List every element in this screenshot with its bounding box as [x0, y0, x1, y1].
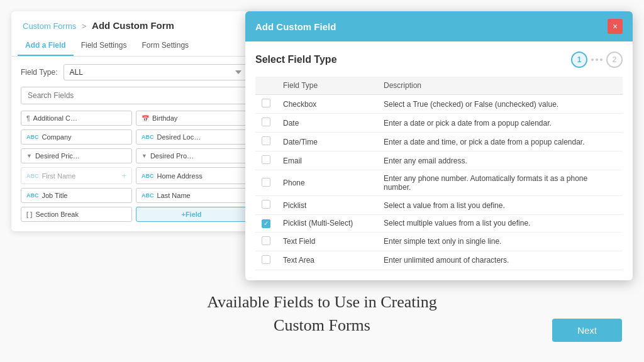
field-type-select[interactable]: ALL	[64, 64, 247, 80]
field-chip-home-address[interactable]: ABC Home Address	[136, 167, 247, 184]
field-chip-desired-loc[interactable]: ABC Desired Loc…	[136, 129, 247, 145]
next-button[interactable]: Next	[552, 319, 622, 342]
modal-step-row: Select Field Type 1 2	[255, 52, 623, 68]
select-field-type-label: Select Field Type	[255, 54, 337, 65]
field-chip-company[interactable]: ABC Company	[21, 129, 132, 145]
chip-label: Additional C…	[33, 114, 77, 122]
field-chip-desired-pro[interactable]: ▼ Desired Pro…	[136, 148, 247, 163]
field-type-cell: Phone	[277, 170, 377, 196]
field-desc-cell: Enter any phone number. Automatically fo…	[377, 170, 623, 196]
add-field-label: +Field	[181, 211, 201, 218]
field-chip-job-title[interactable]: ABC Job Title	[21, 188, 132, 203]
table-row[interactable]: Text AreaEnter unlimited amount of chara…	[255, 251, 623, 270]
tabs-container: Add a Field Field Settings Form Settings	[11, 36, 257, 57]
field-type-cell: Text Area	[277, 251, 377, 270]
field-type-cell: Picklist	[277, 196, 377, 215]
add-icon: +	[121, 171, 126, 180]
table-row[interactable]: Date/TimeEnter a date and time, or pick …	[255, 133, 623, 151]
field-desc-cell: Enter a date and time, or pick a date fr…	[377, 133, 623, 151]
field-chip-birthday[interactable]: 📅 Birthday	[136, 111, 247, 126]
col-header-type: Field Type	[277, 77, 377, 95]
chip-label: Desired Pro…	[150, 152, 194, 160]
table-row[interactable]: EmailEnter any email address.	[255, 151, 623, 170]
row-checkbox[interactable]	[262, 200, 270, 209]
calendar-icon: 📅	[142, 115, 149, 122]
modal-body: Select Field Type 1 2 Field Type Descrip…	[245, 41, 633, 280]
field-chip-last-name[interactable]: ABC Last Name	[136, 188, 247, 203]
abc-icon: ABC	[142, 134, 154, 140]
tab-add-field[interactable]: Add a Field	[18, 36, 74, 56]
dropdown-icon: ▼	[26, 153, 32, 159]
chip-label: Birthday	[152, 114, 177, 122]
table-row[interactable]: CheckboxSelect a True (checked) or False…	[255, 95, 623, 114]
field-desc-cell: Enter any email address.	[377, 151, 623, 170]
add-field-button[interactable]: +Field	[136, 207, 247, 222]
field-desc-cell: Enter a date or pick a date from a popup…	[377, 114, 623, 133]
dropdown-icon: ▼	[142, 153, 147, 159]
tab-field-settings[interactable]: Field Settings	[74, 36, 135, 56]
modal: Add Custom Field × Select Field Type 1 2…	[245, 11, 633, 280]
abc-icon: ABC	[142, 173, 154, 179]
tab-form-settings[interactable]: Form Settings	[134, 36, 196, 56]
chip-label: First Name	[42, 172, 76, 180]
step-2-circle: 2	[606, 52, 623, 68]
para-icon: ¶	[26, 115, 30, 122]
step-dot	[600, 58, 602, 61]
table-row[interactable]: Text FieldEnter simple text only in sing…	[255, 232, 623, 251]
modal-title: Add Custom Field	[255, 21, 336, 32]
row-checkbox[interactable]	[262, 178, 270, 187]
chip-label: Section Break	[35, 211, 78, 218]
field-type-cell: Email	[277, 151, 377, 170]
table-row[interactable]: PicklistSelect a value from a list you d…	[255, 196, 623, 215]
breadcrumb-link[interactable]: Custom Forms	[23, 21, 76, 31]
field-chip-section-break[interactable]: [ ] Section Break	[21, 207, 132, 222]
field-chip-first-name[interactable]: ABC First Name +	[21, 167, 132, 184]
row-checkbox[interactable]	[262, 255, 270, 264]
field-table: Field Type Description CheckboxSelect a …	[255, 77, 623, 270]
field-type-cell: Date/Time	[277, 133, 377, 151]
chip-label: Company	[42, 133, 72, 141]
step-dot	[591, 58, 594, 61]
field-chip-desired-pric[interactable]: ▼ Desired Pric…	[21, 148, 132, 163]
row-checkbox[interactable]	[262, 118, 270, 126]
field-type-label: Field Type:	[21, 68, 57, 77]
search-input[interactable]	[21, 87, 247, 104]
col-header-desc: Description	[377, 77, 623, 95]
chip-label: Last Name	[157, 192, 191, 199]
breadcrumb-separator: >	[82, 21, 87, 31]
abc-icon: ABC	[142, 192, 154, 199]
table-row[interactable]: PhoneEnter any phone number. Automatical…	[255, 170, 623, 196]
col-header-checkbox	[255, 77, 277, 95]
bottom-text-line2: Custom Forms	[207, 314, 437, 337]
field-desc-cell: Select multiple values from a list you d…	[377, 215, 623, 233]
bracket-icon: [ ]	[26, 211, 32, 218]
abc-icon: ABC	[26, 134, 39, 140]
field-desc-cell: Select a value from a list you define.	[377, 196, 623, 215]
field-desc-cell: Enter unlimited amount of characters.	[377, 251, 623, 270]
row-checkbox[interactable]: ✓	[262, 219, 270, 228]
row-checkbox[interactable]	[262, 155, 270, 164]
chip-label: Desired Pric…	[35, 152, 80, 160]
field-type-row: Field Type: ALL	[11, 64, 257, 87]
field-desc-cell: Select a True (checked) or False (unchec…	[377, 95, 623, 114]
field-chip-additional[interactable]: ¶ Additional C…	[21, 111, 132, 126]
abc-icon: ABC	[26, 192, 39, 199]
modal-close-button[interactable]: ×	[608, 19, 623, 34]
abc-icon: ABC	[26, 173, 39, 179]
field-type-cell: Date	[277, 114, 377, 133]
table-row[interactable]: ✓Picklist (Multi-Select)Select multiple …	[255, 215, 623, 233]
step-dots	[591, 58, 602, 61]
fields-grid: ¶ Additional C… 📅 Birthday ABC Company A…	[11, 111, 257, 222]
field-type-cell: Picklist (Multi-Select)	[277, 215, 377, 233]
row-checkbox[interactable]	[262, 136, 270, 145]
breadcrumb: Custom Forms > Add Custom Form	[11, 11, 257, 36]
row-checkbox[interactable]	[262, 99, 270, 107]
row-checkbox[interactable]	[262, 236, 270, 245]
main-card: Custom Forms > Add Custom Form Add a Fie…	[11, 11, 257, 231]
step-indicator: 1 2	[571, 52, 623, 68]
table-row[interactable]: DateEnter a date or pick a date from a p…	[255, 114, 623, 133]
step-dot	[596, 58, 598, 61]
bottom-text-line1: Available Fields to Use in Creating	[207, 291, 437, 314]
chip-label: Home Address	[157, 172, 203, 180]
chip-label: Desired Loc…	[157, 133, 201, 141]
